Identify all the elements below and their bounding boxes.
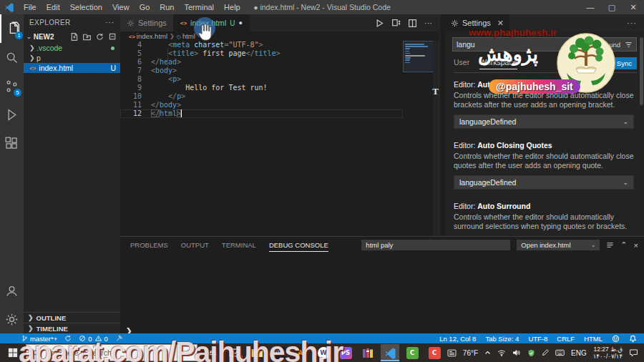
breadcrumb[interactable]: <>index.html❯◇html: [120, 31, 439, 41]
setting-dropdown[interactable]: languageDefined⌄: [454, 114, 634, 129]
section-timeline[interactable]: ❯TIMELINE: [24, 323, 120, 333]
file-item-vscode[interactable]: ❯.vscode: [24, 43, 120, 53]
maximize-button[interactable]: ▢: [601, 0, 623, 14]
split-editor-icon[interactable]: [408, 19, 417, 28]
collapse-all-icon[interactable]: [108, 32, 117, 41]
more-actions-icon[interactable]: ···: [424, 19, 432, 27]
tab-settings[interactable]: Settings: [120, 14, 174, 31]
breadcrumb-item-index-html[interactable]: <>index.html: [129, 32, 167, 40]
file-item-indexhtml[interactable]: <>index.htmlU: [24, 63, 120, 73]
filter-lines-icon[interactable]: [606, 241, 614, 249]
status-html[interactable]: HTML: [584, 335, 602, 343]
explorer-more-actions-icon[interactable]: ···: [105, 19, 114, 26]
activity-search[interactable]: [0, 43, 24, 72]
activity-extensions[interactable]: [0, 129, 24, 157]
setting-description: Controls whether the editor should autom…: [454, 212, 634, 231]
refresh-icon[interactable]: [95, 32, 104, 41]
debug-filter-input[interactable]: html paly: [361, 240, 510, 250]
panel-tab-problems[interactable]: PROBLEMS: [130, 241, 168, 249]
panel-tab-debug-console[interactable]: DEBUG CONSOLE: [269, 241, 328, 252]
menu-help[interactable]: Help: [219, 3, 245, 11]
activity-explorer[interactable]: 1: [0, 14, 25, 43]
editor-scrollbar[interactable]: [433, 41, 439, 236]
filter-icon[interactable]: [625, 41, 633, 49]
taskbar-clock[interactable]: 12:27 ق.ظ ۱۴۰۰/۰۷/۱۴: [593, 346, 623, 360]
wifi-icon[interactable]: [497, 349, 506, 356]
code-line-11[interactable]: 11</body>: [120, 101, 403, 109]
code-line-4[interactable]: 4 <meta charset="UTF-8">: [120, 41, 403, 49]
activity-run-debug[interactable]: [0, 100, 24, 129]
taskbar-app-vscode[interactable]: [381, 344, 399, 361]
new-file-icon[interactable]: [69, 32, 79, 41]
volume-icon[interactable]: [512, 349, 521, 356]
breadcrumb-item-html[interactable]: ◇html: [177, 32, 195, 40]
menu-run[interactable]: Run: [155, 3, 179, 11]
code-line-7[interactable]: 7<body>: [120, 67, 403, 75]
maximize-panel-icon[interactable]: ⌃: [620, 240, 627, 250]
weather-temp[interactable]: 76°F: [463, 349, 478, 357]
panel-tab-terminal[interactable]: TERMINAL: [222, 241, 256, 249]
code-token: head: [160, 58, 177, 66]
debug-session-dropdown[interactable]: Open index.html ⌄: [517, 240, 600, 250]
open-changes-icon[interactable]: [391, 19, 401, 28]
code-token: [151, 84, 185, 92]
activity-source-control[interactable]: 5: [0, 72, 24, 100]
tab-close-icon[interactable]: ✕: [497, 19, 504, 28]
code-line-8[interactable]: 8 <p>: [120, 75, 403, 84]
status-crlf[interactable]: CRLF: [557, 335, 575, 343]
scope-tab-user[interactable]: User: [454, 58, 469, 69]
gear-icon: [127, 19, 135, 27]
section-outline[interactable]: ❯OUTLINE: [24, 312, 120, 323]
close-button[interactable]: ✕: [623, 0, 644, 14]
taskbar-app-adobe-red[interactable]: C: [425, 344, 444, 361]
settings-list: Editor: Auto Closing BracketsControls wh…: [445, 73, 644, 250]
menu-edit[interactable]: Edit: [42, 3, 65, 11]
minimize-button[interactable]: —: [580, 0, 601, 14]
menu-selection[interactable]: Selection: [65, 3, 107, 11]
pen-icon[interactable]: [542, 349, 549, 356]
code-token: </: [151, 109, 160, 117]
taskbar-app-camtasia[interactable]: C: [403, 344, 421, 361]
line-content: <title> first page</title>: [151, 49, 280, 58]
code-line-10[interactable]: 10 </p>: [120, 92, 403, 101]
editor-actions: ···: [375, 14, 439, 31]
tray-chevron-up-icon[interactable]: [484, 350, 491, 356]
explorer-root-folder[interactable]: ⌄ NEW2: [24, 30, 120, 43]
panel-tab-output[interactable]: OUTPUT: [181, 241, 209, 249]
activity-account[interactable]: [0, 276, 24, 305]
menu-file[interactable]: File: [19, 3, 42, 11]
action-center-icon[interactable]: [629, 348, 638, 357]
menu-go[interactable]: Go: [135, 3, 155, 11]
feedback-smiley-icon[interactable]: [612, 335, 620, 343]
language-indicator[interactable]: ENG: [571, 349, 587, 357]
activity-settings-gear[interactable]: [0, 305, 24, 333]
indent-guide: [167, 49, 168, 74]
code-line-9[interactable]: 9 Hello for Test run!: [120, 84, 403, 92]
menu-view[interactable]: View: [107, 3, 135, 11]
code-line-6[interactable]: 6</head>: [120, 58, 403, 67]
new-folder-icon[interactable]: [82, 32, 92, 41]
touch-keyboard-icon[interactable]: [555, 349, 565, 356]
code-token: meta: [172, 41, 190, 49]
setting-dropdown[interactable]: languageDefined⌄: [454, 175, 634, 190]
notifications-bell-icon[interactable]: [629, 335, 637, 343]
line-number: 6: [120, 58, 142, 67]
defender-icon[interactable]: [527, 349, 535, 357]
code-line-5[interactable]: 5 <title> first page</title>: [120, 49, 403, 58]
breadcrumb-label: index.html: [137, 32, 167, 40]
code-editor[interactable]: 4 <meta charset="UTF-8">5 <title> first …: [120, 41, 403, 236]
menu-terminal[interactable]: Terminal: [180, 3, 220, 11]
status-ln[interactable]: Ln 12, Col 8: [439, 335, 476, 343]
news-widget-icon[interactable]: [447, 349, 457, 357]
code-line-12[interactable]: 12</html>: [120, 109, 403, 118]
close-panel-icon[interactable]: ×: [634, 241, 638, 250]
status-tab[interactable]: Tab Size: 4: [485, 335, 519, 343]
run-icon[interactable]: [375, 19, 384, 28]
minimap[interactable]: [403, 41, 433, 236]
settings-scrollbar[interactable]: [640, 37, 643, 105]
file-item-p[interactable]: ❯p: [24, 53, 120, 63]
taskbar-app-winrar[interactable]: [358, 344, 377, 361]
status-utf-8[interactable]: UTF-8: [528, 335, 547, 343]
setting-item-1: Editor: Auto Closing QuotesControls whet…: [454, 141, 634, 190]
settings-more-actions-icon[interactable]: ···: [627, 19, 644, 27]
